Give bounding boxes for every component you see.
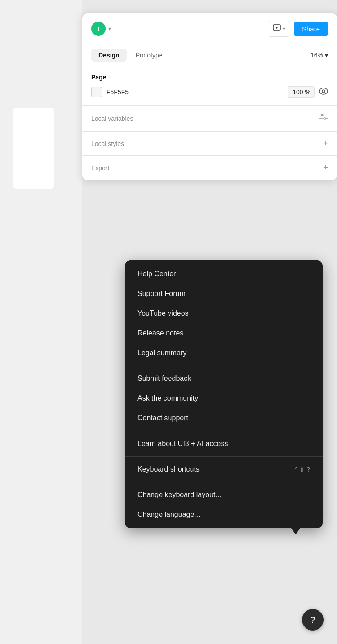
visibility-icon[interactable]: [319, 88, 328, 97]
local-styles-row: Local styles +: [82, 132, 337, 156]
export-label: Export: [91, 164, 109, 172]
zoom-value: 16%: [310, 52, 323, 59]
menu-item-submit-feedback[interactable]: Submit feedback: [125, 369, 323, 388]
header: I ▾ ▾ Share: [82, 13, 337, 44]
tab-group: Design Prototype: [91, 49, 170, 62]
svg-point-4: [324, 118, 326, 119]
opacity-input[interactable]: 100 %: [288, 86, 315, 98]
menu-item-youtube-videos[interactable]: YouTube videos: [125, 304, 323, 323]
avatar[interactable]: I: [91, 22, 106, 36]
present-icon: [273, 24, 281, 34]
tab-design[interactable]: Design: [91, 49, 127, 62]
menu-item-change-language[interactable]: Change language...: [125, 505, 323, 525]
svg-point-1: [319, 88, 328, 94]
svg-point-2: [322, 90, 325, 93]
menu-divider-3: [125, 456, 323, 457]
toolbar-row: Design Prototype 16% ▾: [82, 44, 337, 66]
header-right: ▾ Share: [268, 21, 328, 37]
header-left: I ▾: [91, 22, 111, 36]
menu-divider-1: [125, 366, 323, 366]
share-button[interactable]: Share: [294, 22, 328, 36]
menu-item-change-keyboard[interactable]: Change keyboard layout...: [125, 485, 323, 505]
color-swatch[interactable]: [91, 87, 102, 97]
present-chevron-icon[interactable]: ▾: [283, 26, 285, 32]
menu-item-keyboard-shortcuts[interactable]: Keyboard shortcuts ^ ⇧ ?: [125, 459, 323, 479]
menu-item-release-notes[interactable]: Release notes: [125, 323, 323, 343]
menu-item-help-center[interactable]: Help Center: [125, 264, 323, 284]
add-export-icon[interactable]: +: [323, 163, 328, 172]
color-value: F5F5F5: [106, 88, 283, 96]
add-local-style-icon[interactable]: +: [323, 139, 328, 148]
svg-point-3: [321, 114, 323, 116]
menu-item-ui3-ai[interactable]: Learn about UI3 + AI access: [125, 434, 323, 454]
local-variables-row: Local variables: [82, 106, 337, 132]
menu-item-legal-summary[interactable]: Legal summary: [125, 343, 323, 363]
page-title: Page: [91, 74, 328, 81]
page-section: Page F5F5F5 100 %: [82, 66, 337, 106]
opacity-unit: %: [305, 88, 310, 96]
variables-settings-icon[interactable]: [319, 113, 328, 124]
menu-item-ask-community[interactable]: Ask the community: [125, 388, 323, 408]
left-sidebar: [0, 0, 82, 644]
help-button[interactable]: ?: [302, 609, 324, 631]
menu-item-support-forum[interactable]: Support Forum: [125, 284, 323, 304]
local-variables-label: Local variables: [91, 115, 133, 122]
local-styles-label: Local styles: [91, 140, 124, 147]
help-dropdown-menu: Help Center Support Forum YouTube videos…: [125, 260, 323, 528]
export-row: Export +: [82, 156, 337, 180]
avatar-chevron-icon[interactable]: ▾: [108, 26, 111, 32]
menu-item-contact-support[interactable]: Contact support: [125, 408, 323, 428]
zoom-control[interactable]: 16% ▾: [310, 52, 328, 59]
main-panel: I ▾ ▾ Share Design Prototype 16% ▾: [82, 13, 337, 180]
tab-prototype[interactable]: Prototype: [129, 49, 170, 62]
zoom-chevron-icon: ▾: [325, 52, 328, 59]
menu-divider-4: [125, 482, 323, 482]
left-panel-card: [13, 108, 54, 189]
opacity-value: 100: [293, 88, 303, 96]
present-button[interactable]: ▾: [268, 21, 290, 37]
menu-divider-2: [125, 431, 323, 431]
page-color-row: F5F5F5 100 %: [91, 86, 328, 98]
keyboard-shortcut-keys: ^ ⇧ ?: [295, 466, 310, 473]
